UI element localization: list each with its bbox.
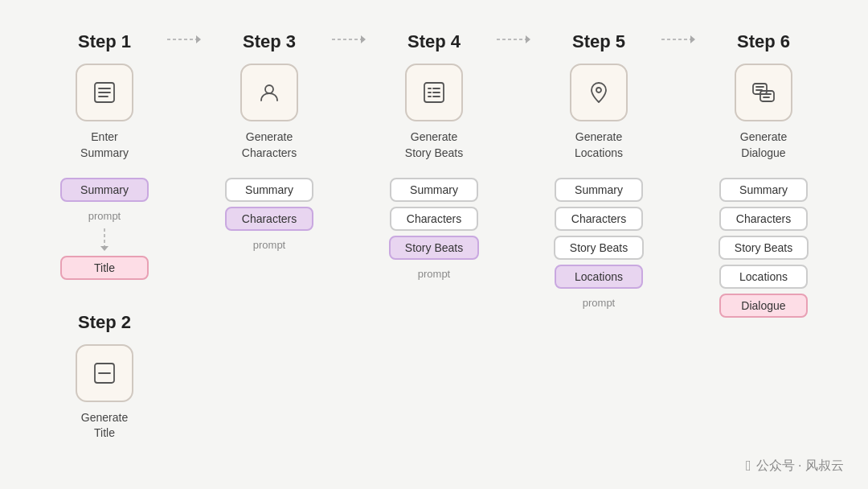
step1-boxes: Summary prompt Title (60, 178, 149, 280)
step2-desc: GenerateTitle (81, 410, 128, 442)
step5-storybeats-box: Story Beats (554, 236, 644, 260)
step6-label: Step 6 (737, 31, 790, 52)
step4-label: Step 4 (407, 31, 461, 52)
step6-column: Step 6 GenerateDialogue Summary Characte… (702, 31, 826, 317)
step5-column: Step 5 GenerateLocations Summary Charact… (537, 31, 661, 310)
step6-characters-box: Characters (719, 207, 808, 231)
step1-prompt: prompt (88, 210, 121, 222)
svg-point-22 (596, 88, 601, 92)
step1-summary-box: Summary (60, 178, 149, 202)
step4-column: Step 4 GenerateStory Beats Summary Chara… (372, 31, 497, 281)
arrow-5-6 (661, 31, 702, 120)
step6-storybeats-box: Story Beats (719, 236, 809, 260)
step1-label: Step 1 (78, 31, 131, 52)
step5-icon (570, 64, 628, 121)
svg-marker-24 (690, 35, 695, 43)
step4-characters-box: Characters (390, 207, 478, 231)
svg-marker-21 (526, 35, 530, 43)
step1-title-box: Title (60, 256, 149, 280)
diagram: Step 1 EnterSummary Summary prompt Titl (43, 31, 826, 457)
step3-desc: GenerateCharacters (242, 129, 297, 161)
step4-icon (405, 64, 463, 121)
step3-characters-box: Characters (225, 207, 313, 231)
step6-locations-box: Locations (719, 265, 808, 289)
step4-boxes: Summary Characters Story Beats prompt (389, 178, 479, 281)
watermark:  公众号 · 风叔云 (746, 458, 844, 475)
arrow-4-5 (497, 31, 537, 142)
svg-marker-5 (100, 246, 108, 251)
step6-dialogue-box: Dialogue (719, 294, 808, 318)
step3-icon (240, 64, 298, 121)
step5-locations-box: Locations (555, 265, 643, 289)
watermark-text: 公众号 · 风叔云 (756, 458, 844, 475)
step3-boxes: Summary Characters prompt (225, 178, 313, 253)
step6-icon (735, 64, 792, 121)
step5-desc: GenerateLocations (575, 129, 623, 161)
svg-point-10 (265, 85, 273, 93)
svg-marker-12 (361, 35, 366, 43)
step3-column: Step 3 GenerateCharacters Summary Charac… (207, 31, 332, 252)
main-container: Step 1 EnterSummary Summary prompt Titl (0, 0, 868, 489)
step5-summary-box: Summary (555, 178, 643, 202)
step6-boxes: Summary Characters Story Beats Locations… (719, 178, 809, 318)
step4-prompt: prompt (418, 268, 450, 280)
step1-icon (76, 64, 133, 121)
step6-desc: GenerateDialogue (740, 129, 787, 161)
svg-marker-9 (196, 35, 201, 43)
step1-2-column: Step 1 EnterSummary Summary prompt Titl (43, 31, 167, 457)
step5-boxes: Summary Characters Story Beats Locations… (554, 178, 644, 310)
step3-label: Step 3 (243, 31, 296, 52)
arrow-3-4 (332, 31, 372, 166)
step3-summary-box: Summary (225, 178, 313, 202)
step4-summary-box: Summary (390, 178, 478, 202)
step5-prompt: prompt (583, 297, 615, 309)
step3-prompt: prompt (253, 239, 285, 251)
step4-storybeats-box: Story Beats (389, 236, 479, 260)
step2-section: Step 2 GenerateTitle (76, 304, 133, 458)
step2-icon (76, 344, 133, 402)
step5-label: Step 5 (572, 31, 625, 52)
step4-desc: GenerateStory Beats (405, 129, 463, 161)
step5-characters-box: Characters (555, 207, 643, 231)
step2-label: Step 2 (78, 312, 131, 333)
arrow-1-3 (167, 31, 207, 200)
step6-summary-box: Summary (719, 178, 808, 202)
step1-desc: EnterSummary (80, 129, 129, 161)
